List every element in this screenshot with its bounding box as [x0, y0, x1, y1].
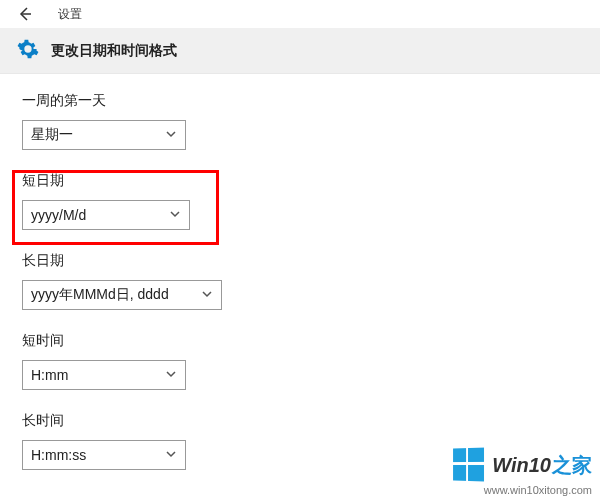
- label-long-date: 长日期: [22, 252, 600, 270]
- back-button[interactable]: [10, 0, 40, 28]
- page-title: 更改日期和时间格式: [51, 42, 177, 60]
- chevron-down-icon: [165, 447, 177, 463]
- gear-icon: [17, 38, 39, 64]
- label-short-date: 短日期: [22, 172, 600, 190]
- dropdown-long-time[interactable]: H:mm:ss: [22, 440, 186, 470]
- arrow-left-icon: [17, 6, 33, 22]
- field-short-time: 短时间 H:mm: [22, 332, 600, 390]
- dropdown-value: H:mm: [31, 367, 68, 383]
- watermark-brand-prefix: Win10: [492, 454, 551, 476]
- chevron-down-icon: [165, 127, 177, 143]
- dropdown-value: yyyy/M/d: [31, 207, 86, 223]
- content: 一周的第一天 星期一 短日期 yyyy/M/d 长日期 yyyy年MMMd日, …: [0, 74, 600, 470]
- label-short-time: 短时间: [22, 332, 600, 350]
- dropdown-value: 星期一: [31, 126, 73, 144]
- chevron-down-icon: [201, 287, 213, 303]
- chevron-down-icon: [165, 367, 177, 383]
- watermark: Win10之家 www.win10xitong.com: [452, 448, 592, 496]
- field-long-date: 长日期 yyyy年MMMd日, dddd: [22, 252, 600, 310]
- watermark-url: www.win10xitong.com: [452, 484, 592, 496]
- label-long-time: 长时间: [22, 412, 600, 430]
- dropdown-value: yyyy年MMMd日, dddd: [31, 286, 169, 304]
- window-title: 设置: [58, 6, 82, 23]
- field-short-date: 短日期 yyyy/M/d: [22, 172, 600, 230]
- titlebar: 设置: [0, 0, 600, 28]
- label-first-day: 一周的第一天: [22, 92, 600, 110]
- chevron-down-icon: [169, 207, 181, 223]
- windows-logo-icon: [453, 447, 486, 482]
- dropdown-first-day[interactable]: 星期一: [22, 120, 186, 150]
- page-header: 更改日期和时间格式: [0, 28, 600, 74]
- dropdown-long-date[interactable]: yyyy年MMMd日, dddd: [22, 280, 222, 310]
- field-first-day: 一周的第一天 星期一: [22, 92, 600, 150]
- dropdown-value: H:mm:ss: [31, 447, 86, 463]
- watermark-brand-suffix: 之家: [552, 454, 592, 476]
- dropdown-short-time[interactable]: H:mm: [22, 360, 186, 390]
- dropdown-short-date[interactable]: yyyy/M/d: [22, 200, 190, 230]
